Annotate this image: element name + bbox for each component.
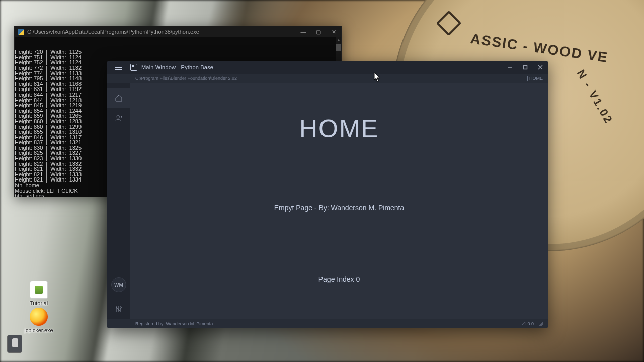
status-bar: Registered by: Wanderson M. Pimenta v1.0… (107, 319, 548, 328)
page-content: HOME Empyt Page - By: Wanderson M. Pimen… (130, 83, 548, 319)
console-title: C:\Users\vfxon\AppData\Local\Programs\Py… (27, 29, 199, 35)
path-bar: C:\Program Files\Blender Foundation\Blen… (107, 74, 548, 83)
folder-icon (30, 281, 48, 299)
app-icon (130, 64, 137, 71)
desktop-icon-label: jcpicker.exe (21, 327, 56, 333)
sliders-icon (115, 305, 123, 313)
scroll-up-arrow[interactable]: ▲ (337, 38, 340, 42)
menu-toggle-button[interactable] (107, 61, 130, 74)
maximize-button[interactable] (518, 61, 533, 74)
window-title: Main Window - Python Base (141, 64, 213, 70)
sidebar-item-settings[interactable] (107, 299, 130, 319)
maximize-button[interactable]: ▢ (311, 26, 326, 37)
minimize-button[interactable] (503, 61, 518, 74)
minimize-button[interactable]: — (296, 26, 311, 37)
page-index-label: Page Index 0 (318, 275, 360, 283)
color-picker-icon (30, 308, 48, 326)
svg-point-4 (117, 116, 119, 118)
sidebar: WM (107, 83, 130, 319)
svg-point-8 (116, 308, 118, 309)
python-icon (18, 29, 24, 35)
pybase-titlebar[interactable]: Main Window - Python Base (107, 61, 548, 74)
page-heading: HOME (299, 114, 379, 143)
status-version: v1.0.0 (521, 321, 534, 326)
svg-point-10 (118, 310, 120, 311)
current-path: C:\Program Files\Blender Foundation\Blen… (135, 76, 237, 81)
taskbar-item[interactable] (7, 335, 22, 353)
svg-point-12 (120, 307, 122, 308)
close-button[interactable]: ✕ (326, 26, 341, 37)
sidebar-item-user[interactable] (107, 108, 130, 128)
desktop-icon-jcpicker[interactable]: jcpicker.exe (21, 308, 56, 333)
sidebar-item-home[interactable] (107, 88, 130, 108)
desktop-icon-tutorial[interactable]: Tutorial (21, 281, 56, 306)
home-icon (115, 94, 123, 102)
close-button[interactable] (533, 61, 548, 74)
svg-rect-1 (524, 66, 527, 69)
breadcrumb: | HOME (527, 76, 543, 81)
user-add-icon (115, 114, 123, 122)
status-registered: Registered by: Wanderson M. Pimenta (135, 321, 213, 326)
pybase-window: Main Window - Python Base C:\Program Fil… (107, 61, 548, 328)
desktop-icon-label: Tutorial (21, 300, 56, 306)
page-subtitle: Empyt Page - By: Wanderson M. Pimenta (274, 204, 405, 212)
resize-grip[interactable] (538, 321, 543, 326)
console-titlebar[interactable]: C:\Users\vfxon\AppData\Local\Programs\Py… (15, 26, 341, 37)
scroll-thumb[interactable] (336, 44, 341, 51)
user-avatar[interactable]: WM (111, 277, 126, 292)
